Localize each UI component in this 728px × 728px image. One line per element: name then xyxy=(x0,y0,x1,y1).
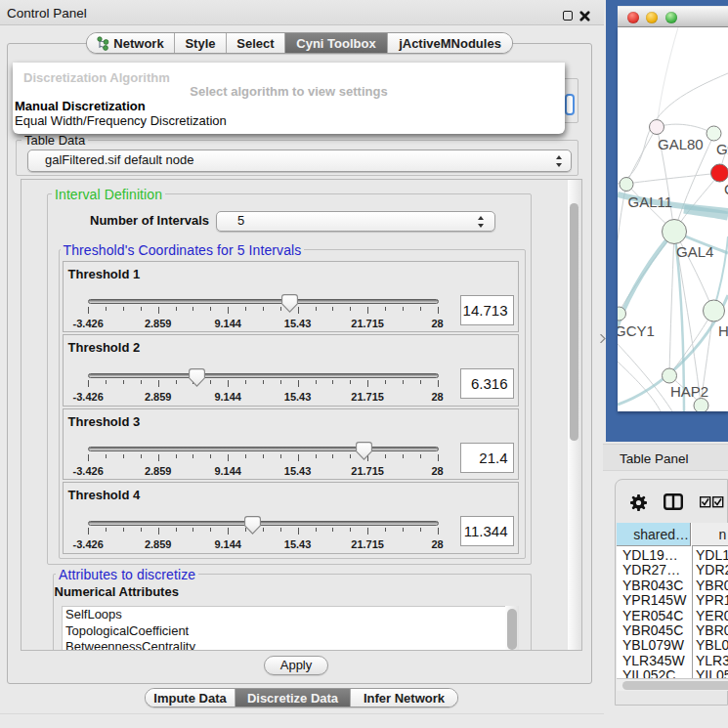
svg-text:H: H xyxy=(718,322,728,339)
svg-text:GAL11: GAL11 xyxy=(628,193,673,210)
svg-text:C: C xyxy=(724,181,728,197)
svg-text:GAL4: GAL4 xyxy=(676,243,713,260)
svg-text:GCY1: GCY1 xyxy=(618,322,655,339)
svg-text:HAP2: HAP2 xyxy=(670,383,708,400)
svg-text:GAL80: GAL80 xyxy=(658,136,704,152)
svg-text:GA: GA xyxy=(716,141,728,157)
